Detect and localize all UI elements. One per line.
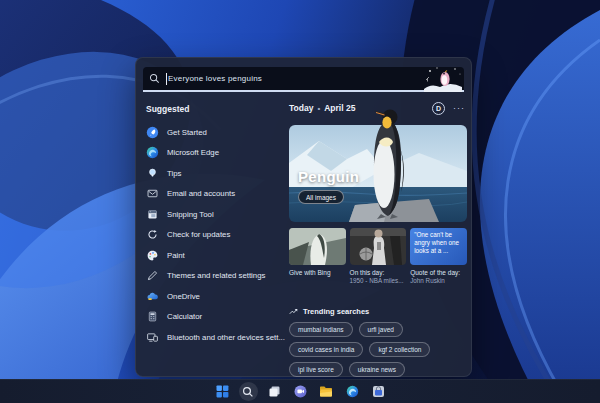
suggested-item-bluetooth-devices[interactable]: Bluetooth and other devices sett...: [144, 327, 286, 348]
search-panel: Everyone loves penguins Suggested Get St…: [135, 57, 472, 377]
start-button[interactable]: [213, 382, 232, 401]
scissors-icon: [146, 208, 159, 221]
edge-taskbar-icon: [346, 385, 359, 398]
suggested-item-label: Calculator: [167, 312, 202, 321]
penguin-doodle-icon: [424, 65, 462, 92]
caption-line1: Quote of the day:: [410, 269, 467, 277]
taskbar-search-button[interactable]: [239, 382, 258, 401]
trending-pills: mumbai indians urfi javed covid cases in…: [289, 322, 467, 377]
card-caption: On this day: 1950 - NBA miles...: [350, 269, 407, 285]
trending-pill[interactable]: kgf 2 collection: [369, 342, 430, 357]
suggested-item-label: Get Started: [167, 128, 207, 137]
lightbulb-icon: [146, 167, 159, 180]
suggested-item-get-started[interactable]: Get Started: [144, 122, 286, 143]
caption-line2: John Ruskin: [410, 277, 467, 285]
more-options-button[interactable]: ···: [453, 104, 465, 112]
search-icon: [149, 73, 160, 84]
chat-button[interactable]: [291, 382, 310, 401]
caption-line1: Give with Bing: [289, 269, 346, 277]
store-icon: [372, 385, 385, 398]
suggested-item-label: Bluetooth and other devices sett...: [167, 333, 285, 342]
task-view-icon: [268, 385, 281, 398]
suggested-item-email-accounts[interactable]: Email and accounts: [144, 184, 286, 205]
trending-pill[interactable]: covid cases in india: [289, 342, 363, 357]
windows-logo-icon: [216, 385, 229, 398]
file-explorer-icon: [319, 385, 333, 398]
taskbar-search-icon: [242, 386, 254, 398]
suggested-item-label: Microsoft Edge: [167, 148, 219, 157]
onedrive-cloud-icon: [146, 290, 159, 303]
devices-icon: [146, 331, 159, 344]
suggested-item-label: Snipping Tool: [167, 210, 214, 219]
all-images-button[interactable]: All images: [298, 190, 344, 204]
trending-pill[interactable]: mumbai indians: [289, 322, 353, 337]
suggested-item-paint[interactable]: Paint: [144, 245, 286, 266]
give-with-bing-image: [289, 228, 346, 265]
card-caption: Give with Bing: [289, 269, 346, 277]
card-quote-of-the-day[interactable]: "One can't be angry when one looks at a …: [410, 228, 467, 285]
suggested-header: Suggested: [146, 104, 286, 114]
get-started-icon: [146, 126, 159, 139]
caption-line2: 1950 - NBA miles...: [350, 277, 407, 285]
suggested-item-label: Paint: [167, 251, 185, 260]
suggested-item-label: Email and accounts: [167, 189, 235, 198]
info-cards-row: Give with Bing: [289, 228, 467, 285]
text-caret: [166, 73, 167, 85]
quote-card-background: "One can't be angry when one looks at a …: [410, 228, 467, 265]
pencil-icon: [146, 269, 159, 282]
taskbar: [0, 379, 600, 403]
suggested-item-tips[interactable]: Tips: [144, 163, 286, 184]
today-date: Today • April 25: [289, 103, 355, 113]
edge-taskbar-button[interactable]: [343, 382, 362, 401]
suggested-list: Suggested Get Started Microsoft Edge: [136, 96, 286, 376]
trending-title: Trending searches: [303, 307, 369, 316]
hero-image-card[interactable]: Penguin All images: [289, 125, 467, 222]
suggested-item-themes-settings[interactable]: Themes and related settings: [144, 266, 286, 287]
separator-dot: •: [317, 104, 320, 113]
suggested-item-label: Tips: [167, 169, 181, 178]
hero-title: Penguin: [298, 168, 359, 185]
task-view-button[interactable]: [265, 382, 284, 401]
refresh-icon: [146, 228, 159, 241]
calculator-icon: [146, 310, 159, 323]
content-area: Today • April 25 D ···: [289, 96, 465, 376]
edge-icon: [146, 146, 159, 159]
card-caption: Quote of the day: John Ruskin: [410, 269, 467, 285]
envelope-icon: [146, 187, 159, 200]
suggested-item-label: Check for updates: [167, 230, 230, 239]
trending-header: Trending searches: [289, 307, 467, 316]
trending-arrow-icon: [289, 307, 298, 316]
trending-pill[interactable]: ipl live score: [289, 362, 343, 377]
penguin-photo: [359, 108, 417, 230]
paint-palette-icon: [146, 249, 159, 262]
caption-line1: On this day:: [350, 269, 407, 277]
store-button[interactable]: [369, 382, 388, 401]
suggested-item-microsoft-edge[interactable]: Microsoft Edge: [144, 143, 286, 164]
card-give-with-bing[interactable]: Give with Bing: [289, 228, 346, 285]
trending-pill[interactable]: urfi javed: [359, 322, 403, 337]
file-explorer-button[interactable]: [317, 382, 336, 401]
trending-searches-section: Trending searches mumbai indians urfi ja…: [289, 307, 467, 377]
date-label: April 25: [324, 103, 355, 113]
suggested-item-calculator[interactable]: Calculator: [144, 307, 286, 328]
suggested-item-onedrive[interactable]: OneDrive: [144, 286, 286, 307]
on-this-day-image: [350, 228, 407, 265]
suggested-item-label: OneDrive: [167, 292, 200, 301]
suggested-item-check-for-updates[interactable]: Check for updates: [144, 225, 286, 246]
quote-text: "One can't be angry when one looks at a …: [414, 231, 463, 255]
search-query-text: Everyone loves penguins: [168, 74, 262, 83]
trending-pill[interactable]: ukraine news: [349, 362, 405, 377]
chat-icon: [294, 385, 307, 398]
search-input[interactable]: Everyone loves penguins: [143, 67, 464, 92]
card-on-this-day[interactable]: On this day: 1950 - NBA miles...: [350, 228, 407, 285]
today-label: Today: [289, 103, 313, 113]
user-avatar[interactable]: D: [432, 102, 445, 115]
suggested-item-label: Themes and related settings: [167, 271, 265, 280]
suggested-item-snipping-tool[interactable]: Snipping Tool: [144, 204, 286, 225]
